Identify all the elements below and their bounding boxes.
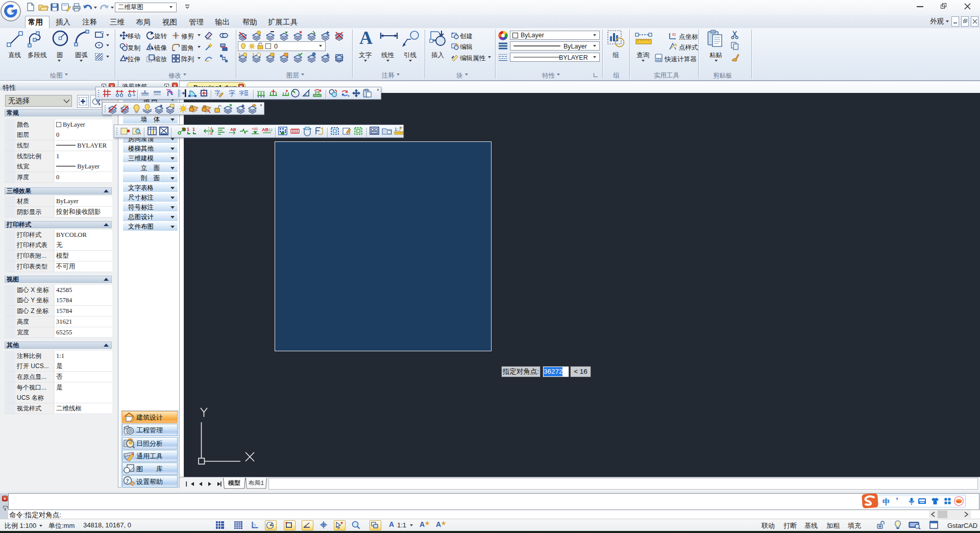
svg-text:12: 12 bbox=[268, 128, 273, 132]
svg-text:+00: +00 bbox=[252, 127, 258, 131]
svg-text:B: B bbox=[210, 132, 212, 135]
svg-text:?: ? bbox=[126, 477, 129, 484]
svg-text:1:: 1: bbox=[395, 127, 398, 132]
svg-text:AB: AB bbox=[262, 127, 268, 132]
svg-text:ID: ID bbox=[672, 33, 676, 36]
svg-text:字: 字 bbox=[229, 89, 235, 97]
svg-text:1: 1 bbox=[192, 127, 195, 132]
svg-text:A: A bbox=[210, 127, 213, 130]
svg-text:字: 字 bbox=[239, 90, 244, 96]
svg-text:1: 1 bbox=[187, 127, 189, 132]
